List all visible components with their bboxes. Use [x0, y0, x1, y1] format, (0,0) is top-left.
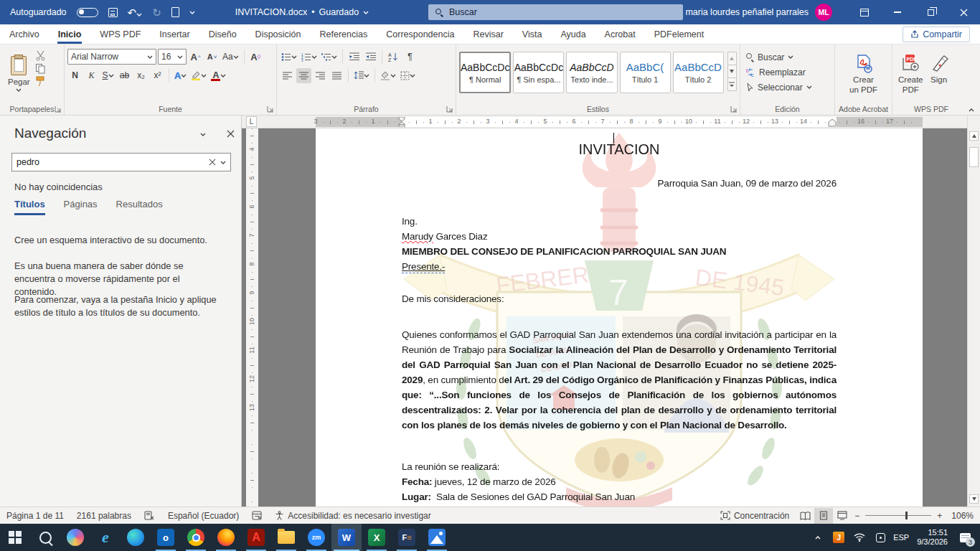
font-name-select[interactable]: Arial Narrow — [67, 49, 156, 65]
share-button[interactable]: Compartir — [903, 27, 970, 42]
navigation-options-icon[interactable] — [199, 133, 207, 136]
nav-tab-paginas[interactable]: Páginas — [64, 199, 98, 215]
outlook-button[interactable]: o — [151, 524, 181, 551]
styles-gallery-more[interactable] — [727, 77, 737, 91]
vertical-ruler[interactable]: 45678910111213 — [246, 128, 258, 507]
document-content[interactable]: INVITACION Parroquia San Juan, 09 de mar… — [402, 128, 837, 507]
clear-search-icon[interactable] — [209, 159, 216, 166]
paragraph-dialog-launcher[interactable] — [446, 105, 453, 113]
navigation-close-icon[interactable] — [227, 130, 235, 138]
scroll-down-button[interactable] — [969, 494, 979, 504]
nav-tab-resultados[interactable]: Resultados — [116, 199, 163, 215]
close-button[interactable] — [947, 0, 980, 24]
cut-icon[interactable] — [35, 50, 46, 61]
collapse-ribbon-button[interactable] — [969, 108, 974, 112]
save-icon[interactable] — [108, 8, 118, 17]
font-dialog-launcher[interactable] — [267, 105, 274, 113]
align-center-button[interactable] — [296, 68, 311, 83]
wifi-icon[interactable] — [852, 528, 867, 547]
word-button[interactable]: W — [331, 524, 362, 551]
justify-button[interactable] — [329, 68, 344, 83]
horizontal-ruler[interactable]: 32112345678910111213141617 — [316, 117, 923, 127]
java-tray-icon[interactable]: J — [831, 528, 847, 547]
new-document-icon[interactable] — [171, 7, 179, 17]
numbering-button[interactable]: 123 — [300, 50, 319, 65]
copilot-button[interactable] — [60, 524, 90, 551]
styles-scroll-up[interactable] — [727, 52, 737, 65]
text-effects-button[interactable]: A — [173, 68, 188, 83]
underline-button[interactable]: S — [100, 68, 116, 83]
nav-tab-titulos[interactable]: Títulos — [14, 199, 45, 215]
restore-button[interactable] — [914, 0, 947, 24]
text-predictions[interactable] — [245, 507, 268, 524]
search-box[interactable]: Buscar — [428, 4, 683, 20]
scrollbar-thumb[interactable] — [969, 147, 979, 167]
shrink-font-button[interactable]: A˅ — [204, 50, 220, 65]
keyboard-language[interactable]: ESP — [893, 533, 909, 542]
photos-button[interactable] — [422, 524, 452, 551]
tab-inicio[interactable]: Inicio — [49, 24, 91, 44]
ribbon-display-options-button[interactable] — [848, 0, 881, 24]
internet-explorer-button[interactable]: e — [90, 524, 121, 551]
multilevel-list-button[interactable] — [320, 50, 339, 65]
style-titulo-1[interactable]: AaBbC( Título 1 — [620, 52, 671, 93]
italic-button[interactable]: K — [84, 68, 99, 83]
line-spacing-button[interactable] — [352, 68, 371, 83]
create-pdf-acrobat-button[interactable]: Crear un PDF — [838, 47, 889, 100]
change-case-button[interactable]: Aa — [221, 50, 240, 65]
device-tray-icon[interactable] — [872, 528, 888, 547]
zoom-slider-thumb[interactable] — [905, 512, 908, 519]
style-texto-independiente[interactable]: AaBbCcD Texto inde... — [566, 52, 617, 93]
tab-disposicion[interactable]: Disposición — [246, 24, 311, 44]
tab-correspondencia[interactable]: Correspondencia — [377, 24, 463, 44]
sort-button[interactable]: AZ — [386, 50, 401, 65]
fe-app-button[interactable]: F≡ — [392, 524, 422, 551]
minimize-button[interactable] — [881, 0, 914, 24]
superscript-button[interactable]: x² — [150, 68, 165, 83]
copy-icon[interactable] — [35, 63, 46, 74]
search-options-icon[interactable] — [220, 161, 226, 164]
tab-referencias[interactable]: Referencias — [311, 24, 377, 44]
bullets-button[interactable] — [280, 50, 298, 65]
language-indicator[interactable]: Español (Ecuador) — [161, 507, 245, 524]
zoom-level[interactable]: 106% — [945, 511, 980, 521]
tab-insertar[interactable]: Insertar — [150, 24, 199, 44]
format-painter-icon[interactable] — [35, 76, 46, 87]
grow-font-button[interactable]: A^ — [188, 50, 203, 65]
select-button[interactable]: Seleccionar — [743, 80, 831, 95]
zoom-out-button[interactable]: − — [852, 511, 862, 521]
clipboard-dialog-launcher[interactable] — [55, 105, 62, 113]
wps-create-pdf-button[interactable]: PDF Create PDF — [895, 47, 926, 100]
firefox-button[interactable] — [211, 524, 241, 551]
proofing-status[interactable] — [138, 507, 161, 524]
tab-acrobat[interactable]: Acrobat — [595, 24, 645, 44]
zoom-app-button[interactable]: zm — [301, 524, 331, 551]
user-name[interactable]: maria lourdes peñafiel parrales — [685, 7, 809, 17]
undo-button[interactable]: ↶ — [128, 7, 143, 18]
decrease-indent-button[interactable] — [347, 50, 362, 65]
taskbar-search-button[interactable] — [30, 524, 60, 551]
clear-formatting-button[interactable]: A◊ — [248, 50, 263, 65]
tab-archivo[interactable]: Archivo — [0, 24, 49, 44]
find-button[interactable]: Buscar — [743, 50, 831, 65]
clock[interactable]: 15:51 9/3/2026 — [914, 528, 951, 547]
tab-ayuda[interactable]: Ayuda — [551, 24, 595, 44]
style-sin-espaciado[interactable]: AaBbCcDc ¶ Sin espa... — [513, 52, 564, 93]
file-explorer-button[interactable] — [271, 524, 301, 551]
page-indicator[interactable]: Página 1 de 11 — [0, 507, 70, 524]
chrome-button[interactable] — [181, 524, 211, 551]
read-mode-button[interactable] — [796, 508, 814, 524]
avatar[interactable]: ML — [815, 4, 832, 21]
styles-dialog-launcher[interactable] — [730, 105, 738, 113]
strikethrough-button[interactable]: ab — [117, 68, 132, 83]
tab-revisar[interactable]: Revisar — [463, 24, 512, 44]
zoom-slider[interactable] — [865, 515, 931, 516]
excel-button[interactable]: X — [362, 524, 392, 551]
replace-button[interactable]: bc Reemplazar — [743, 65, 831, 80]
vertical-scrollbar[interactable] — [967, 116, 980, 507]
styles-scroll-down[interactable] — [727, 65, 737, 78]
wps-sign-button[interactable]: Sign — [926, 47, 952, 100]
font-color-button[interactable]: A — [209, 68, 227, 83]
bold-button[interactable]: N — [67, 68, 83, 83]
focus-mode-button[interactable]: Concentración — [714, 511, 796, 521]
